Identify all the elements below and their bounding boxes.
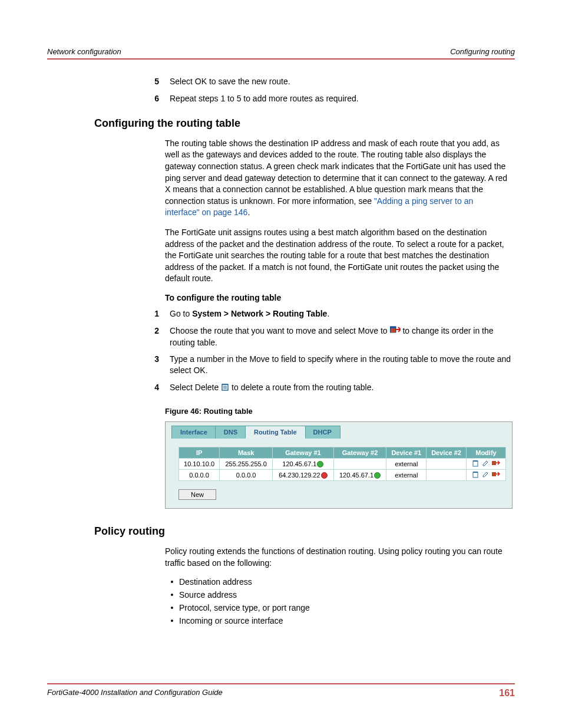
tab-interface[interactable]: Interface: [171, 426, 216, 439]
header-right: Configuring routing: [450, 47, 515, 56]
col-dev1: Device #1: [386, 447, 427, 458]
paragraph: Policy routing extends the functions of …: [165, 546, 509, 569]
step-text: Select OK to save the new route.: [170, 76, 515, 87]
step-number: 3: [141, 354, 170, 376]
gw2-value: 120.45.67.1: [339, 472, 373, 479]
svg-rect-10: [473, 472, 478, 477]
svg-rect-7: [473, 461, 478, 466]
page-header: Network configuration Configuring routin…: [47, 47, 515, 60]
text-run: to delete a route from the routing table…: [229, 383, 373, 392]
col-ip: IP: [179, 447, 220, 458]
bullet-text: Source address: [179, 590, 237, 599]
svg-rect-9: [492, 461, 496, 465]
section-heading-configuring-routing-table: Configuring the routing table: [94, 117, 515, 130]
col-gw2: Gateway #2: [333, 447, 386, 458]
table-row: 0.0.0.0 0.0.0.0 64.230.129.22 120.45.67.…: [179, 470, 506, 481]
cell-gw2: [333, 458, 386, 469]
step-text: Repeat steps 1 to 5 to add more routes a…: [170, 93, 515, 104]
cell-gw1: 120.45.67.1: [273, 458, 334, 469]
tab-dhcp[interactable]: DHCP: [305, 426, 340, 439]
page-footer: FortiGate-4000 Installation and Configur…: [47, 683, 515, 699]
cell-gw2: 120.45.67.1: [333, 470, 386, 481]
para-text: The routing table shows the destination …: [165, 139, 507, 206]
cell-mask: 0.0.0.0: [220, 470, 273, 481]
cell-ip: 10.10.10.0: [179, 458, 220, 469]
tab-dns[interactable]: DNS: [215, 426, 246, 439]
list-item: •Destination address: [165, 577, 515, 587]
delete-icon[interactable]: [472, 471, 479, 479]
paragraph: The FortiGate unit assigns routes using …: [165, 227, 509, 285]
step-number: 6: [141, 93, 170, 104]
routing-table-figure: Interface DNS Routing Table DHCP IP Mask…: [165, 421, 513, 509]
table-header-row: IP Mask Gateway #1 Gateway #2 Device #1 …: [179, 447, 506, 458]
header-left: Network configuration: [47, 47, 121, 56]
list-item: •Incoming or source interface: [165, 616, 515, 625]
bullet-list: •Destination address •Source address •Pr…: [165, 577, 515, 625]
gw1-value: 64.230.129.22: [279, 472, 320, 479]
status-ok-icon: [317, 461, 323, 467]
move-to-icon: [390, 326, 401, 337]
cell-ip: 0.0.0.0: [179, 470, 220, 481]
delete-icon[interactable]: [472, 460, 479, 468]
text-run: Choose the route that you want to move a…: [170, 326, 390, 335]
bullet-text: Protocol, service type, or port range: [179, 603, 310, 612]
move-to-icon[interactable]: [492, 471, 500, 479]
table-row: 10.10.10.0 255.255.255.0 120.45.67.1 ext…: [179, 458, 506, 469]
text-run: Go to: [170, 309, 192, 318]
para-text: .: [247, 207, 250, 217]
edit-icon[interactable]: [482, 460, 489, 468]
edit-icon[interactable]: [482, 471, 489, 479]
status-fail-icon: [321, 472, 328, 479]
cell-modify: [466, 470, 505, 481]
cell-modify: [466, 458, 505, 469]
col-gw1: Gateway #1: [273, 447, 334, 458]
cell-dev2: [427, 458, 467, 469]
bullet-icon: •: [165, 577, 179, 587]
status-ok-icon: [374, 472, 381, 479]
step-number: 1: [141, 308, 170, 319]
step-text: Select Delete to delete a route from the…: [170, 382, 515, 394]
procedure-heading: To configure the routing table: [165, 293, 515, 302]
figure-caption: Figure 46: Routing table: [165, 407, 515, 416]
new-button[interactable]: New: [178, 489, 216, 500]
step-row: 3 Type a number in the Move to field to …: [141, 354, 515, 376]
step-row: 4 Select Delete to delete a route from t…: [141, 382, 515, 394]
menu-path: System > Network > Routing Table: [192, 309, 327, 318]
step-row: 6 Repeat steps 1 to 5 to add more routes…: [141, 93, 515, 104]
move-to-icon[interactable]: [492, 460, 500, 468]
list-item: •Source address: [165, 590, 515, 599]
bullet-icon: •: [165, 603, 179, 612]
col-modify: Modify: [466, 447, 505, 458]
svg-rect-12: [492, 472, 496, 476]
cell-mask: 255.255.255.0: [220, 458, 273, 469]
top-steps: 5 Select OK to save the new route. 6 Rep…: [141, 76, 515, 104]
paragraph: The routing table shows the destination …: [165, 138, 509, 219]
tab-routing-table[interactable]: Routing Table: [245, 426, 306, 439]
text-run: .: [327, 309, 329, 318]
step-row: 5 Select OK to save the new route.: [141, 76, 515, 87]
step-row: 1 Go to System > Network > Routing Table…: [141, 308, 515, 319]
list-item: •Protocol, service type, or port range: [165, 603, 515, 612]
col-dev2: Device #2: [427, 447, 467, 458]
bullet-text: Incoming or source interface: [179, 616, 283, 625]
section-heading-policy-routing: Policy routing: [94, 525, 515, 538]
step-number: 5: [141, 76, 170, 87]
svg-rect-1: [391, 328, 395, 332]
cell-dev1: external: [386, 458, 427, 469]
cell-gw1: 64.230.129.22: [273, 470, 334, 481]
text-run: Select Delete: [170, 383, 221, 392]
footer-title: FortiGate-4000 Installation and Configur…: [47, 688, 223, 699]
cell-dev2: [427, 470, 467, 481]
bullet-icon: •: [165, 616, 179, 625]
config-steps: 1 Go to System > Network > Routing Table…: [141, 308, 515, 394]
gw1-value: 120.45.67.1: [282, 460, 316, 467]
cell-dev1: external: [386, 470, 427, 481]
step-text: Choose the route that you want to move a…: [170, 325, 515, 348]
step-text: Type a number in the Move to field to sp…: [170, 354, 515, 376]
col-mask: Mask: [220, 447, 273, 458]
step-number: 4: [141, 382, 170, 394]
routing-table: IP Mask Gateway #1 Gateway #2 Device #1 …: [178, 447, 506, 481]
delete-icon: [221, 383, 229, 394]
step-row: 2 Choose the route that you want to move…: [141, 325, 515, 348]
step-text: Go to System > Network > Routing Table.: [170, 308, 515, 319]
